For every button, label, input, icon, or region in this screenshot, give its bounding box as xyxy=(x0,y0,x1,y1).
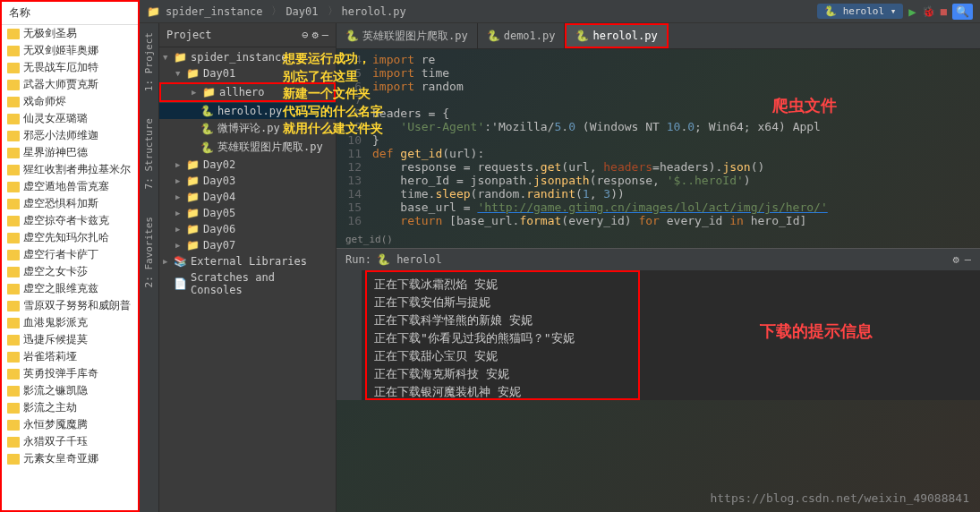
folder-icon xyxy=(7,403,20,414)
code-line[interactable]: import time xyxy=(372,66,980,80)
explorer-folder-item[interactable]: 星界游神巴德 xyxy=(2,144,138,161)
code-line[interactable]: 'User-Agent':'Mozilla/5.0 (Windows NT 10… xyxy=(372,120,980,133)
code-line[interactable]: response = requests.get(url, headers=hea… xyxy=(372,160,980,174)
explorer-folder-item[interactable]: 无畏战车厄加特 xyxy=(2,59,138,76)
python-file-icon: 🐍 xyxy=(575,30,589,42)
hide-icon[interactable]: — xyxy=(965,253,971,266)
stop-button[interactable]: ■ xyxy=(941,5,947,18)
tree-item-scratch[interactable]: 📄 Scratches and Consoles xyxy=(159,269,336,298)
breadcrumb-item[interactable]: Day01 xyxy=(285,5,318,18)
explorer-folder-item[interactable]: 虚空之眼维克兹 xyxy=(2,280,138,297)
explorer-folder-item[interactable]: 无极剑圣易 xyxy=(2,25,138,42)
folder-icon xyxy=(7,29,20,39)
explorer-folder-item[interactable]: 猩红收割者弗拉基米尔 xyxy=(2,161,138,178)
code-line[interactable]: } xyxy=(372,133,980,147)
favorites-tool-tab[interactable]: 2: Favorites xyxy=(143,217,155,287)
explorer-folder-item[interactable]: 永猎双子千珏 xyxy=(2,433,138,450)
explorer-folder-item[interactable]: 邪恶小法师维迦 xyxy=(2,127,138,144)
tree-item-folder[interactable]: ▶📁 allhero xyxy=(161,84,334,100)
editor-tab[interactable]: 🐍英雄联盟图片爬取.py xyxy=(337,23,478,48)
tree-item-folder[interactable]: ▶📁 Day05 xyxy=(159,205,336,221)
explorer-list[interactable]: 无极剑圣易无双剑姬菲奥娜无畏战车厄加特武器大师贾克斯戏命师烬仙灵女巫璐璐邪恶小法… xyxy=(2,25,138,510)
explorer-folder-item[interactable]: 虚空之女卡莎 xyxy=(2,263,138,280)
line-number: 9 xyxy=(337,120,372,133)
tree-arrow-icon: ▶ xyxy=(192,88,199,97)
explorer-folder-item[interactable]: 戏命师烬 xyxy=(2,93,138,110)
code-line[interactable]: base_url = 'http://game.gtimg.cn/images/… xyxy=(372,201,980,214)
tree-item-py[interactable]: 🐍 微博评论.py xyxy=(159,119,336,138)
gear-icon[interactable]: ⚙ xyxy=(312,29,319,41)
explorer-folder-item[interactable]: 虚空行者卡萨丁 xyxy=(2,246,138,263)
tree-arrow-icon: ▶ xyxy=(175,241,183,250)
code-line[interactable]: import random xyxy=(372,80,980,93)
tree-item-py[interactable]: 🐍 herolol.py xyxy=(159,103,336,119)
explorer-folder-item[interactable]: 迅捷斥候提莫 xyxy=(2,331,138,348)
gear-icon[interactable]: ⚙ xyxy=(953,253,959,266)
tree-item-folder[interactable]: ▶📁 Day02 xyxy=(159,157,336,173)
explorer-folder-item[interactable]: 无双剑姬菲奥娜 xyxy=(2,42,138,59)
breadcrumb-item[interactable]: herolol.py xyxy=(342,5,406,18)
line-number: 12 xyxy=(337,160,372,174)
tree-item-folder[interactable]: ▶📁 Day07 xyxy=(159,237,336,253)
explorer-folder-item[interactable]: 虚空恐惧科加斯 xyxy=(2,195,138,212)
collapse-icon[interactable]: ⊖ xyxy=(302,29,308,41)
code-line[interactable]: headers = { xyxy=(372,107,980,120)
editor-breadcrumb[interactable]: get_id() xyxy=(337,231,980,248)
editor-tab[interactable]: 🐍demo1.py xyxy=(478,23,566,48)
folder-icon xyxy=(7,454,20,465)
tree-arrow-icon: ▶ xyxy=(175,192,183,201)
explorer-folder-item[interactable]: 虚空掠夺者卡兹克 xyxy=(2,212,138,229)
project-tree[interactable]: ▼📁 spider_instance▼📁 Day01▶📁 allhero🐍 he… xyxy=(159,47,336,512)
tree-item-folder[interactable]: ▶📁 Day06 xyxy=(159,221,336,237)
project-panel-header[interactable]: Project ⊖ ⚙ — xyxy=(159,23,336,47)
code-line[interactable]: def get_id(url): xyxy=(372,147,980,160)
folder-icon xyxy=(7,182,20,192)
code-line[interactable]: time.sleep(random.randint(1, 3)) xyxy=(372,187,980,201)
annotation-download-info: 下载的提示信息 xyxy=(760,320,873,342)
top-breadcrumb-bar: 📁 spider_instance 〉 Day01 〉 herolol.py 🐍… xyxy=(140,0,980,23)
explorer-folder-item[interactable]: 虚空遁地兽雷克塞 xyxy=(2,178,138,195)
explorer-folder-item[interactable]: 影流之主劫 xyxy=(2,399,138,416)
explorer-folder-item[interactable]: 武器大师贾克斯 xyxy=(2,76,138,93)
debug-button[interactable]: 🐞 xyxy=(922,5,935,18)
code-line[interactable] xyxy=(372,93,980,107)
code-line[interactable]: hero_Id = jsonpath.jsonpath(response, '$… xyxy=(372,174,980,187)
run-config-selector[interactable]: 🐍 herolol ▾ xyxy=(817,4,903,19)
output-line: 正在下载海克斯科技 安妮 xyxy=(374,365,631,383)
explorer-folder-item[interactable]: 虚空先知玛尔扎哈 xyxy=(2,229,138,246)
code-line[interactable]: import re xyxy=(372,53,980,66)
search-icon[interactable]: 🔍 xyxy=(952,4,973,20)
tree-arrow-icon: ▶ xyxy=(163,257,170,266)
code-line[interactable]: return [base_url.format(every_id) for ev… xyxy=(372,214,980,227)
run-gutter[interactable] xyxy=(337,270,362,400)
explorer-folder-item[interactable]: 血港鬼影派克 xyxy=(2,314,138,331)
tree-item-folder[interactable]: ▼📁 Day01 xyxy=(159,65,336,81)
output-line: 正在下载甜心宝贝 安妮 xyxy=(374,347,631,365)
structure-tool-tab[interactable]: 7: Structure xyxy=(143,118,155,189)
tree-item-folder[interactable]: ▶📁 Day03 xyxy=(159,173,336,189)
code-editor[interactable]: 4import re5import time6import random78he… xyxy=(337,49,980,231)
tree-item-folder[interactable]: ▼📁 spider_instance xyxy=(159,49,336,65)
tree-item-py[interactable]: 🐍 英雄联盟图片爬取.py xyxy=(159,138,336,157)
hide-icon[interactable]: — xyxy=(322,29,328,41)
breadcrumb-item[interactable]: spider_instance xyxy=(166,5,262,18)
line-number: 6 xyxy=(337,80,372,93)
folder-icon xyxy=(7,46,20,56)
explorer-folder-item[interactable]: 英勇投弹手库奇 xyxy=(2,365,138,382)
editor-tab[interactable]: 🐍herolol.py xyxy=(565,23,668,48)
folder-icon xyxy=(7,165,20,175)
project-tool-tab[interactable]: 1: Project xyxy=(143,32,155,91)
run-button[interactable]: ▶ xyxy=(908,4,916,19)
explorer-folder-item[interactable]: 岩雀塔莉垭 xyxy=(2,348,138,365)
run-config-name: 🐍 herolol xyxy=(377,253,442,266)
run-output[interactable]: 正在下载冰霜烈焰 安妮正在下载安伯斯与提妮正在下载科学怪熊的新娘 安妮正在下载"… xyxy=(365,270,640,400)
explorer-folder-item[interactable]: 元素女皇奇亚娜 xyxy=(2,450,138,467)
explorer-folder-item[interactable]: 永恒梦魇魔腾 xyxy=(2,416,138,433)
folder-icon xyxy=(7,114,20,124)
explorer-folder-item[interactable]: 仙灵女巫璐璐 xyxy=(2,110,138,127)
tree-item-folder[interactable]: ▶📁 Day04 xyxy=(159,189,336,205)
tree-item-lib[interactable]: ▶📚 External Libraries xyxy=(159,253,336,269)
output-line: 正在下载安伯斯与提妮 xyxy=(374,294,631,311)
explorer-folder-item[interactable]: 雪原双子努努和威朗普 xyxy=(2,297,138,314)
explorer-folder-item[interactable]: 影流之镰凯隐 xyxy=(2,382,138,399)
